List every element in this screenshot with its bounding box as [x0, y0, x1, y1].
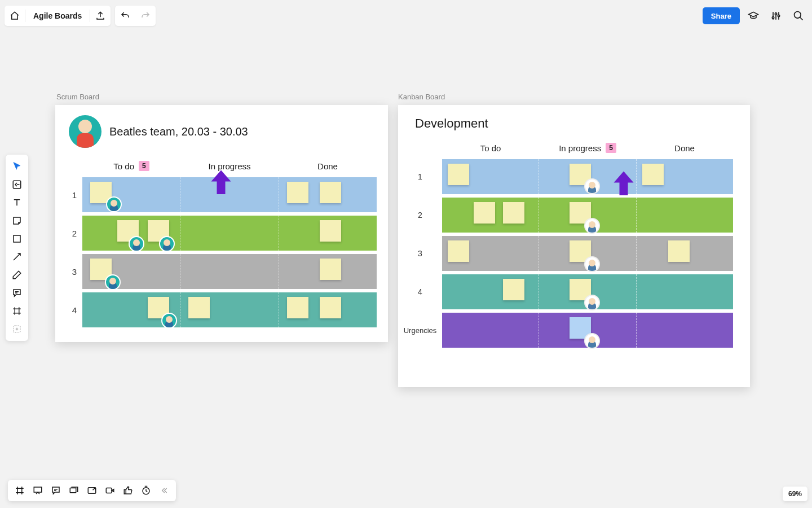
scrum-row-3[interactable]: [82, 254, 377, 289]
kanban-row-urgencies-label: Urgencies: [398, 326, 442, 335]
assignee-avatar[interactable]: [584, 333, 600, 349]
settings-sliders-icon[interactable]: [767, 7, 785, 25]
export-icon[interactable]: [90, 6, 111, 26]
share-button[interactable]: Share: [703, 7, 740, 24]
kanban-board-label: Kanban Board: [398, 93, 445, 101]
scrum-row-3-label: 3: [67, 267, 82, 277]
assignee-avatar[interactable]: [161, 313, 177, 329]
svg-point-0: [772, 17, 774, 19]
kanban-col-inprogress-badge: 5: [606, 143, 616, 153]
sticky-note[interactable]: [320, 182, 341, 203]
assignee-avatar[interactable]: [584, 295, 600, 310]
kanban-col-inprogress: In progress 5: [539, 143, 636, 153]
assignee-avatar[interactable]: [584, 256, 600, 272]
frames-icon[interactable]: [11, 482, 28, 499]
sticky-note[interactable]: [448, 240, 469, 262]
sticky-note[interactable]: [320, 220, 341, 242]
scrum-row-4[interactable]: [82, 292, 377, 327]
home-icon[interactable]: [5, 6, 25, 26]
assignee-avatar[interactable]: [106, 196, 122, 212]
redo-icon: [135, 6, 156, 26]
kanban-row-3-label: 3: [398, 249, 442, 258]
timer-icon[interactable]: [138, 482, 155, 499]
kanban-row-4-label: 4: [398, 287, 442, 296]
kanban-col-done-label: Done: [674, 143, 695, 153]
topbar: Agile Boards Share: [5, 6, 807, 26]
kanban-col-todo: To do: [442, 143, 539, 153]
board-title[interactable]: Agile Boards: [25, 11, 90, 20]
arrow-up-icon[interactable]: [204, 160, 238, 208]
cards-icon[interactable]: [65, 482, 82, 499]
embed-icon[interactable]: [83, 482, 100, 499]
sticky-note[interactable]: [320, 297, 341, 318]
kanban-row-3[interactable]: [442, 236, 733, 271]
kanban-col-inprogress-label: In progress: [559, 143, 601, 153]
kanban-row-2-label: 2: [398, 211, 442, 220]
shape-tool[interactable]: [7, 230, 27, 247]
sticky-note[interactable]: [503, 279, 524, 300]
presentation-icon[interactable]: [29, 482, 46, 499]
sticky-note[interactable]: [287, 182, 308, 203]
kanban-row-4[interactable]: [442, 274, 733, 309]
svg-rect-10: [106, 488, 112, 493]
kanban-title[interactable]: Development: [415, 116, 488, 131]
assignee-avatar[interactable]: [105, 274, 121, 290]
sticky-note[interactable]: [320, 259, 341, 280]
sticky-note[interactable]: [448, 164, 469, 185]
scrum-row-2[interactable]: [82, 216, 377, 251]
more-tools[interactable]: [7, 321, 27, 338]
sticky-note[interactable]: [188, 297, 210, 318]
svg-point-1: [775, 13, 776, 15]
scrum-row-4-label: 4: [67, 305, 82, 315]
bottom-toolbar: [8, 480, 176, 501]
pen-tool[interactable]: [7, 266, 27, 283]
search-icon[interactable]: [789, 7, 807, 25]
kanban-row-urgencies[interactable]: [442, 313, 733, 348]
scrum-col-done-label: Done: [317, 161, 338, 171]
zoom-level[interactable]: 69%: [783, 487, 807, 501]
comment-tool[interactable]: [7, 284, 27, 301]
comments-icon[interactable]: [47, 482, 64, 499]
sticky-note[interactable]: [503, 202, 524, 224]
collapse-icon[interactable]: [156, 482, 173, 499]
kanban-board-frame[interactable]: Development To do In progress 5 Done 1: [398, 105, 750, 387]
text-tool[interactable]: [7, 194, 27, 211]
svg-rect-7: [34, 487, 42, 492]
assignee-avatar[interactable]: [159, 236, 175, 252]
thumbs-up-icon[interactable]: [120, 482, 136, 499]
svg-rect-5: [14, 235, 20, 242]
scrum-col-todo: To do 5: [82, 161, 180, 171]
undo-icon[interactable]: [115, 6, 135, 26]
kanban-row-2[interactable]: [442, 198, 733, 233]
template-tool[interactable]: [7, 176, 27, 193]
scrum-col-todo-badge: 5: [139, 161, 149, 171]
svg-point-3: [795, 12, 801, 19]
assignee-avatar[interactable]: [129, 236, 144, 252]
sticky-note[interactable]: [474, 202, 495, 224]
graduation-cap-icon[interactable]: [744, 7, 762, 25]
left-toolbar: [6, 155, 28, 341]
scrum-col-todo-label: To do: [113, 161, 134, 171]
frame-tool[interactable]: [7, 303, 27, 319]
sticky-note[interactable]: [642, 164, 664, 185]
team-avatar: [69, 115, 102, 148]
line-arrow-tool[interactable]: [7, 248, 27, 265]
svg-rect-8: [70, 488, 76, 493]
sticky-note-tool[interactable]: [7, 212, 27, 229]
scrum-title[interactable]: Beatles team, 20.03 - 30.03: [109, 125, 248, 138]
scrum-row-2-label: 2: [67, 229, 82, 238]
kanban-col-done: Done: [636, 143, 733, 153]
cursor-tool[interactable]: [7, 158, 27, 175]
sticky-note[interactable]: [287, 297, 308, 318]
scrum-board-label: Scrum Board: [56, 93, 99, 101]
svg-point-2: [778, 15, 779, 16]
assignee-avatar[interactable]: [584, 178, 600, 194]
arrow-up-icon[interactable]: [607, 161, 641, 209]
video-icon[interactable]: [102, 482, 118, 499]
sticky-note[interactable]: [668, 240, 690, 262]
kanban-row-1-label: 1: [398, 172, 442, 181]
scrum-board-frame[interactable]: Beatles team, 20.03 - 30.03 To do 5 In p…: [55, 105, 388, 342]
scrum-col-done: Done: [279, 161, 377, 171]
assignee-avatar[interactable]: [584, 218, 600, 234]
kanban-row-1[interactable]: [442, 159, 733, 194]
